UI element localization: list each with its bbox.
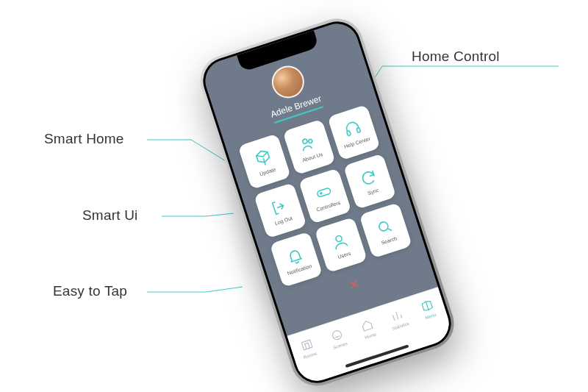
sync-icon [357,166,379,188]
phone-mockup: Adele Brewer Update [193,12,461,392]
phone-bezel: Adele Brewer Update [197,15,457,389]
bell-icon [284,244,306,266]
tile-label: Update [259,166,276,177]
tab-home[interactable]: Home [351,315,385,343]
tile-label: Search [380,235,397,246]
team-icon [297,132,319,154]
tile-about-us[interactable]: About Us [282,119,335,175]
svg-point-7 [335,235,343,242]
tile-search[interactable]: Search [359,202,412,258]
tab-statistics[interactable]: Statistics [381,304,415,332]
phone-notch [237,30,319,72]
logout-icon [268,196,290,218]
callout-easy-to-tap: Easy to Tap [53,283,127,299]
tab-bar: Rooms Scenes Home [287,287,454,386]
scenes-icon [329,327,345,343]
avatar[interactable] [268,62,308,102]
phone-screen: Adele Brewer Update [200,18,454,386]
tile-label: Users [337,250,351,259]
user-icon [329,230,351,252]
close-icon[interactable]: ✕ [347,277,360,293]
callout-smart-ui: Smart Ui [82,207,138,224]
controller-icon [312,181,334,203]
tile-users[interactable]: Users [315,217,368,273]
tab-rooms[interactable]: Rooms [290,334,324,362]
svg-rect-6 [317,188,331,197]
menu-icon [419,297,436,314]
tab-menu[interactable]: Menu [412,295,445,323]
rooms-icon [298,337,315,354]
svg-point-8 [378,221,389,232]
svg-rect-5 [356,127,361,132]
svg-point-2 [302,138,308,144]
callout-smart-home: Smart Home [44,131,124,147]
callout-home-control: Home Control [412,49,500,65]
tab-label: Menu [425,313,437,320]
tile-notification[interactable]: Notification [270,232,323,288]
tab-label: Home [364,332,376,340]
tile-sync[interactable]: Sync [343,154,396,210]
svg-point-10 [331,329,343,341]
svg-rect-4 [347,130,351,135]
stats-icon [389,307,406,324]
tile-help-center[interactable]: Help Center [327,104,380,160]
phone-frame: Adele Brewer Update [193,12,461,392]
tile-controllers[interactable]: Controllers [298,168,351,224]
search-icon [373,215,395,238]
tab-scenes[interactable]: Scenes [320,324,354,352]
tile-label: Sync [367,187,379,195]
cube-icon [252,146,274,168]
menu-grid: Update About Us Help Center [238,104,412,288]
home-icon [359,317,376,334]
svg-point-3 [308,138,312,143]
tile-update[interactable]: Update [238,134,291,190]
home-indicator [345,344,409,368]
tile-log-out[interactable]: Log Out [254,182,306,238]
headset-icon [342,118,364,140]
svg-rect-9 [301,340,312,350]
